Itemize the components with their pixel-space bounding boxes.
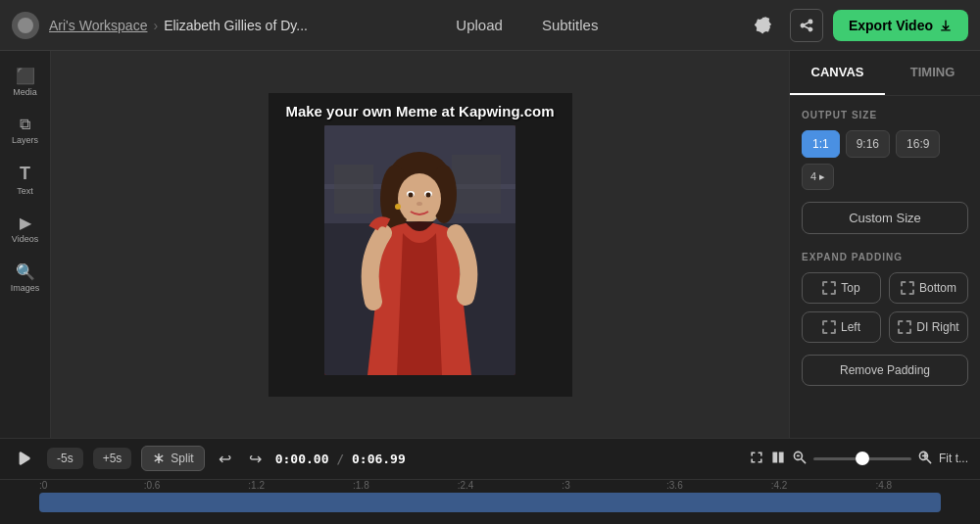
layers-icon: ⧉ <box>20 116 30 133</box>
upload-button[interactable]: Upload <box>448 13 511 37</box>
layers-label: Layers <box>12 135 38 145</box>
ruler-mark-2: :1.2 <box>248 480 353 491</box>
ruler-marks: :0 :0.6 :1.2 :1.8 :2.4 :3 :3.6 :4.2 :4.8 <box>0 480 980 491</box>
text-icon: T <box>20 164 30 184</box>
redo-button[interactable]: ↪ <box>245 446 266 472</box>
expand-bottom-label: Bottom <box>919 281 956 295</box>
gear-icon <box>755 17 772 34</box>
topbar-center-nav: Upload Subtitles <box>318 13 737 37</box>
remove-padding-button[interactable]: Remove Padding <box>802 355 968 386</box>
split-button[interactable]: Split <box>141 446 204 471</box>
svg-point-16 <box>395 204 401 210</box>
time-separator: / <box>336 452 352 466</box>
share-button[interactable] <box>790 9 823 42</box>
fit-mode-icon <box>749 450 764 465</box>
workspace-link[interactable]: Ari's Workspace <box>49 18 147 33</box>
di-right-label: DI Right <box>916 320 958 334</box>
size-option-16x9[interactable]: 16:9 <box>896 130 940 158</box>
expand-padding-grid: Top Bottom Left DI Right <box>802 272 968 343</box>
media-label: Media <box>13 87 37 97</box>
split-view-button[interactable] <box>770 450 786 468</box>
play-button[interactable] <box>12 446 37 471</box>
play-icon <box>16 450 33 467</box>
ruler-mark-6: :3.6 <box>666 480 771 491</box>
bottom-area: -5s +5s Split ↩ ↪ 0:00.00 / 0:06.99 <box>0 438 980 524</box>
ruler-mark-8: :4.8 <box>875 480 980 491</box>
expand-left-label: Left <box>841 320 860 334</box>
canvas-area[interactable]: Make your own Meme at Kapwing.com <box>51 51 789 438</box>
zoom-controls: Fit t... <box>749 450 968 468</box>
skip-fwd-button[interactable]: +5s <box>93 448 132 469</box>
sidebar-item-text[interactable]: T Text <box>3 157 48 202</box>
share-icon <box>799 18 814 33</box>
settings-button[interactable] <box>747 9 780 42</box>
svg-rect-4 <box>334 165 373 214</box>
sidebar-item-media[interactable]: ⬛ Media <box>3 59 48 104</box>
canvas-meme-text: Make your own Meme at Kapwing.com <box>277 93 562 125</box>
size-options: 1:1 9:16 16:9 4 ▸ <box>802 130 968 190</box>
split-icon <box>152 452 166 465</box>
app-logo <box>12 12 39 39</box>
size-option-more[interactable]: 4 ▸ <box>802 164 834 190</box>
subtitles-button[interactable]: Subtitles <box>534 13 607 37</box>
export-video-button[interactable]: Export Video <box>833 10 968 41</box>
topbar: Ari's Workspace › Elizabeth Gillies of D… <box>0 0 980 51</box>
total-time: 0:06.99 <box>352 452 406 466</box>
canvas-content: Make your own Meme at Kapwing.com <box>269 93 572 397</box>
skip-back-button[interactable]: -5s <box>47 448 83 469</box>
sidebar-item-videos[interactable]: ▶ Videos <box>3 206 48 251</box>
output-size-label: OUTPUT SIZE <box>802 110 968 120</box>
fit-mode-button[interactable] <box>749 450 764 468</box>
undo-button[interactable]: ↩ <box>215 446 235 472</box>
expand-padding-label: EXPAND PADDING <box>802 252 968 262</box>
svg-point-0 <box>18 18 33 33</box>
zoom-in-button[interactable] <box>917 450 933 468</box>
left-sidebar: ⬛ Media ⧉ Layers T Text ▶ Videos 🔍 Image… <box>0 51 51 438</box>
ruler-mark-0: :0 <box>39 480 144 491</box>
expand-left-button[interactable]: Left <box>802 311 881 343</box>
tab-canvas[interactable]: CANVAS <box>790 51 885 95</box>
canvas-image <box>324 125 515 375</box>
expand-bottom-button[interactable]: Bottom <box>889 272 968 304</box>
export-label: Export Video <box>849 18 933 33</box>
expand-right-icon <box>898 320 911 334</box>
custom-size-button[interactable]: Custom Size <box>802 202 968 234</box>
sidebar-item-layers[interactable]: ⧉ Layers <box>3 108 48 153</box>
main-area: ⬛ Media ⧉ Layers T Text ▶ Videos 🔍 Image… <box>0 51 980 438</box>
images-label: Images <box>11 283 40 293</box>
fit-label-button[interactable]: Fit t... <box>939 452 968 465</box>
tab-timing[interactable]: TIMING <box>885 51 980 95</box>
expand-bottom-icon <box>901 281 914 295</box>
right-panel: CANVAS TIMING OUTPUT SIZE 1:1 9:16 16:9 … <box>789 51 980 438</box>
timeline-track[interactable] <box>39 493 941 512</box>
split-view-icon <box>770 450 786 465</box>
expand-top-label: Top <box>841 281 859 295</box>
output-size-section: OUTPUT SIZE 1:1 9:16 16:9 4 ▸ Custom Siz… <box>790 96 980 242</box>
time-display: 0:00.00 / 0:06.99 <box>275 452 406 466</box>
ruler-mark-5: :3 <box>562 480 666 491</box>
zoom-in-icon <box>917 450 933 465</box>
svg-point-10 <box>398 173 441 224</box>
ruler-mark-3: :1.8 <box>353 480 458 491</box>
size-option-9x16[interactable]: 9:16 <box>846 130 890 158</box>
export-icon <box>939 19 953 32</box>
timeline-controls: -5s +5s Split ↩ ↪ 0:00.00 / 0:06.99 <box>0 439 980 480</box>
svg-point-15 <box>416 202 422 206</box>
expand-right-button[interactable]: DI Right <box>889 311 968 343</box>
ruler-mark-1: :0.6 <box>144 480 249 491</box>
size-option-1x1[interactable]: 1:1 <box>802 130 840 158</box>
zoom-slider[interactable] <box>813 457 911 460</box>
breadcrumb-separator: › <box>153 18 158 33</box>
canvas-image-svg <box>324 125 515 375</box>
expand-top-icon <box>822 281 836 295</box>
videos-icon: ▶ <box>20 214 31 232</box>
svg-point-14 <box>426 192 431 197</box>
expand-top-button[interactable]: Top <box>802 272 881 304</box>
zoom-out-button[interactable] <box>792 450 808 468</box>
page-title: Elizabeth Gillies of Dy... <box>164 18 308 33</box>
sidebar-item-images[interactable]: 🔍 Images <box>3 255 48 300</box>
ruler-mark-7: :4.2 <box>771 480 876 491</box>
panel-tabs: CANVAS TIMING <box>790 51 980 96</box>
text-label: Text <box>17 186 33 196</box>
svg-rect-5 <box>452 155 501 214</box>
